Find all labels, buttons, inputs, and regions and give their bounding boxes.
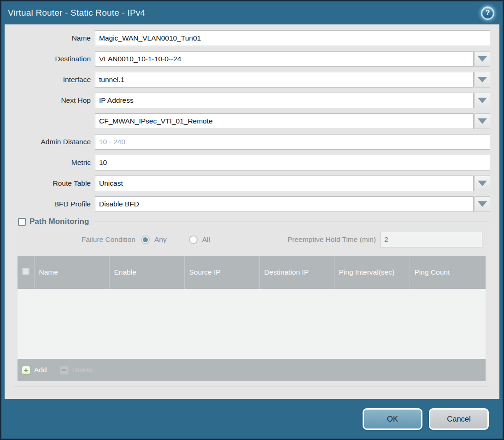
dialog-title: Virtual Router - Static Route - IPv4 [8, 8, 145, 18]
table-empty-body [18, 289, 486, 359]
chevron-down-icon [478, 56, 487, 62]
route-table-input[interactable] [95, 176, 474, 191]
dialog-footer: OK Cancel [1, 399, 503, 439]
add-button[interactable]: + Add [22, 366, 47, 375]
bfd-profile-label: BFD Profile [5, 200, 95, 208]
interface-dropdown-button[interactable] [475, 72, 490, 88]
failure-condition-all-label: All [202, 235, 210, 244]
column-header-destination-ip[interactable]: Destination IP [259, 256, 334, 289]
add-button-label: Add [34, 366, 47, 374]
next-hop-type-input[interactable] [95, 93, 474, 108]
radio-selected-dot [143, 237, 148, 242]
preemptive-hold-time-input[interactable] [380, 232, 482, 247]
path-monitoring-legend: Path Monitoring [18, 217, 92, 226]
column-header-ping-count[interactable]: Ping Count [410, 256, 486, 289]
interface-label: Interface [5, 76, 95, 84]
chevron-down-icon [478, 118, 487, 124]
form-row-metric: Metric [5, 155, 499, 170]
failure-condition-any-label: Any [154, 235, 167, 244]
form-row-next-hop: Next Hop [5, 93, 499, 108]
destination-dropdown-button[interactable] [475, 51, 490, 67]
form-row-next-hop-address [5, 113, 499, 129]
failure-condition-any-radio[interactable] [141, 235, 150, 244]
name-input[interactable] [95, 30, 490, 46]
admin-distance-label: Admin Distance [5, 138, 95, 146]
column-header-ping-interval[interactable]: Ping Interval(sec) [334, 256, 410, 289]
route-table-dropdown-button[interactable] [475, 176, 490, 191]
table-button-bar: + Add − Delete [18, 359, 486, 381]
destination-label: Destination [5, 55, 95, 63]
help-icon[interactable]: ? [481, 6, 494, 20]
interface-input[interactable] [95, 72, 474, 88]
path-monitoring-section: Path Monitoring Failure Condition Any Al… [14, 217, 489, 387]
name-label: Name [5, 34, 95, 42]
select-all-checkbox[interactable] [22, 268, 29, 275]
title-bar: Virtual Router - Static Route - IPv4 ? [1, 1, 503, 24]
plus-icon: + [22, 366, 30, 375]
column-header-enable[interactable]: Enable [109, 256, 184, 289]
form-content: Name Destination Interface [5, 24, 499, 399]
form-row-admin-distance: Admin Distance [5, 134, 499, 150]
bfd-profile-dropdown-button[interactable] [475, 196, 490, 212]
dialog-body: Name Destination Interface [1, 24, 503, 399]
route-table-label: Route Table [5, 179, 95, 188]
ok-button[interactable]: OK [363, 408, 422, 430]
select-all-header-cell [18, 256, 34, 289]
failure-condition-row: Failure Condition Any All Preemptive Hol… [18, 232, 486, 247]
path-monitoring-table: Name Enable Source IP Destination IP Pin… [18, 256, 486, 289]
metric-input[interactable] [95, 155, 490, 170]
bfd-profile-input[interactable] [95, 196, 474, 212]
dialog-window: Virtual Router - Static Route - IPv4 ? N… [0, 0, 504, 440]
preemptive-hold-time-label: Preemptive Hold Time (min) [228, 235, 380, 244]
failure-condition-label: Failure Condition [18, 235, 141, 244]
destination-input[interactable] [95, 51, 474, 67]
failure-condition-all-radio[interactable] [189, 235, 198, 244]
form-row-destination: Destination [5, 51, 499, 67]
minus-icon: − [60, 366, 69, 375]
admin-distance-input[interactable] [95, 134, 490, 150]
next-hop-address-dropdown-button[interactable] [475, 113, 490, 129]
next-hop-type-dropdown-button[interactable] [475, 93, 490, 108]
form-row-bfd-profile: BFD Profile [5, 196, 499, 212]
form-row-interface: Interface [5, 72, 499, 88]
column-header-name[interactable]: Name [34, 256, 109, 289]
next-hop-address-input[interactable] [95, 113, 474, 129]
table-header-row: Name Enable Source IP Destination IP Pin… [18, 256, 486, 289]
form-row-name: Name [5, 30, 499, 46]
path-monitoring-checkbox[interactable] [18, 218, 26, 226]
delete-button-label: Delete [72, 366, 93, 374]
chevron-down-icon [478, 201, 487, 207]
chevron-down-icon [478, 98, 487, 103]
cancel-button[interactable]: Cancel [429, 408, 489, 430]
metric-label: Metric [5, 158, 95, 167]
next-hop-label: Next Hop [5, 96, 95, 105]
chevron-down-icon [478, 181, 487, 186]
failure-condition-radio-group: Any All [141, 235, 228, 244]
path-monitoring-title: Path Monitoring [29, 217, 89, 226]
chevron-down-icon [478, 77, 487, 82]
form-row-route-table: Route Table [5, 176, 499, 191]
column-header-source-ip[interactable]: Source IP [184, 256, 259, 289]
delete-button[interactable]: − Delete [60, 366, 93, 375]
